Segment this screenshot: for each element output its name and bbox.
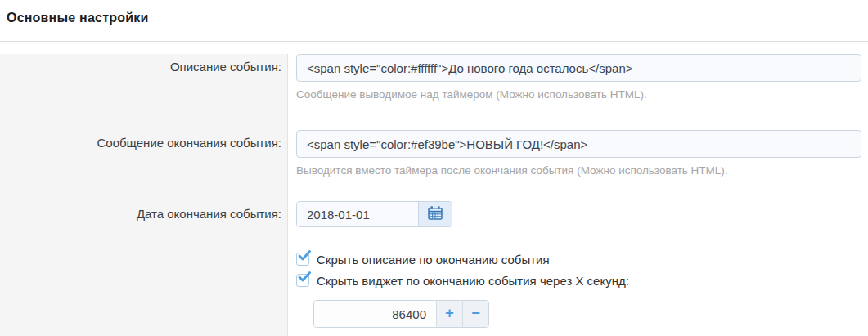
field-description: Сообщение выводимое над таймером (Можно … xyxy=(288,54,868,101)
field-end-message: Выводится вместо таймера после окончания… xyxy=(288,130,868,177)
plus-icon: + xyxy=(445,305,454,321)
field-label-description: Описание события: xyxy=(0,54,288,101)
checkbox-checked-icon xyxy=(296,274,309,287)
form-row-description: Описание события: Сообщение выводимое на… xyxy=(0,54,868,101)
field-label-end-message: Сообщение окончания события: xyxy=(0,130,288,177)
description-input[interactable] xyxy=(296,54,861,82)
field-label-empty xyxy=(0,251,288,328)
checkbox-hide-widget[interactable]: Скрыть виджет по окончанию события через… xyxy=(296,272,861,289)
decrement-button[interactable]: − xyxy=(462,301,488,327)
minus-icon: − xyxy=(471,305,480,321)
settings-form: Описание события: Сообщение выводимое на… xyxy=(0,54,868,336)
seconds-stepper: + − xyxy=(313,300,489,328)
form-row-end-message: Сообщение окончания события: Выводится в… xyxy=(0,130,868,177)
field-end-date xyxy=(288,201,868,227)
checkbox-hide-widget-label: Скрыть виджет по окончанию события через… xyxy=(317,274,629,288)
checkbox-hide-description-label: Скрыть описание по окончанию события xyxy=(317,253,550,267)
checkbox-checked-icon xyxy=(296,253,309,266)
checkbox-hide-description[interactable]: Скрыть описание по окончанию события xyxy=(296,251,861,267)
calendar-icon xyxy=(428,206,443,222)
page-title: Основные настройки xyxy=(7,11,861,25)
calendar-button[interactable] xyxy=(418,202,452,226)
end-message-input[interactable] xyxy=(296,130,861,158)
form-row-end-date: Дата окончания события: xyxy=(0,201,868,227)
settings-page: Основные настройки Описание события: Соо… xyxy=(0,0,868,336)
seconds-input[interactable] xyxy=(314,301,436,327)
field-label-end-date: Дата окончания события: xyxy=(0,201,288,227)
end-message-help-text: Выводится вместо таймера после окончания… xyxy=(296,164,861,177)
end-date-input[interactable] xyxy=(297,202,418,226)
page-header: Основные настройки xyxy=(0,0,868,42)
date-input-group xyxy=(296,201,452,227)
field-options: Скрыть описание по окончанию события Скр… xyxy=(288,251,868,328)
form-row-options: Скрыть описание по окончанию события Скр… xyxy=(0,251,868,328)
description-help-text: Сообщение выводимое над таймером (Можно … xyxy=(296,88,861,101)
increment-button[interactable]: + xyxy=(436,301,462,327)
